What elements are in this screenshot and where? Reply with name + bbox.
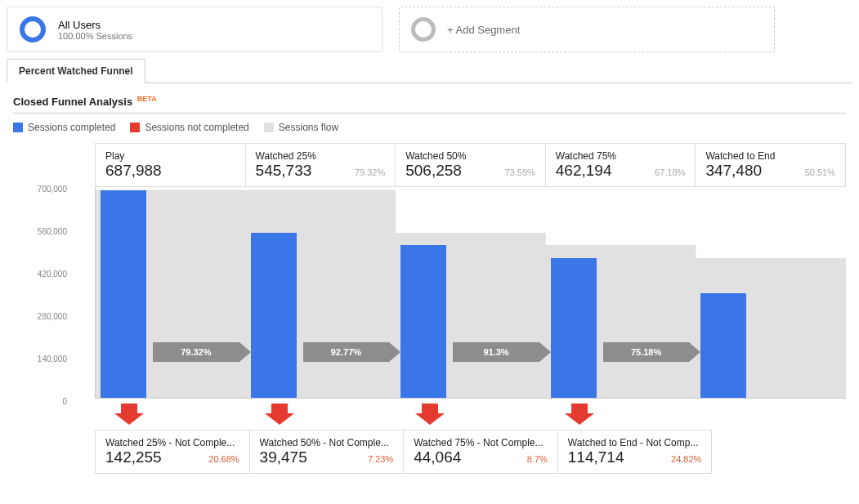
swatch-completed	[13, 123, 23, 132]
dropoff-pct: 8.7%	[527, 454, 548, 464]
stage-value: 687,988	[105, 162, 162, 180]
y-tick: 560,000	[38, 227, 67, 236]
donut-icon	[19, 16, 47, 43]
bar-completed[interactable]	[400, 245, 446, 398]
bar-completed[interactable]	[551, 258, 597, 398]
dropoff-box[interactable]: Watched 50% - Not Comple...39,4757.23%	[249, 430, 405, 474]
y-axis: 0140,000280,000420,000560,000700,000	[13, 143, 72, 401]
drop-arrow-cell	[696, 399, 846, 430]
drop-arrow-cell	[545, 399, 696, 430]
funnel-stage-header[interactable]: Watched to End347,48050.51%	[695, 143, 846, 187]
conversion-arrow: 91.3%	[453, 342, 551, 362]
legend-completed: Sessions completed	[13, 122, 115, 133]
conversion-arrow: 92.77%	[303, 342, 401, 362]
stage-name: Watched 25%	[256, 150, 386, 162]
legend-flow: Sessions flow	[264, 122, 338, 133]
dropoff-name: Watched 50% - Not Comple...	[260, 437, 394, 448]
stage-name: Play	[105, 150, 235, 162]
bar-cell: 92.77%	[246, 186, 396, 398]
y-tick: 0	[62, 397, 67, 406]
bar-cell	[696, 186, 846, 398]
funnel-stage-header[interactable]: Play687,988	[95, 143, 246, 187]
dropoff-value: 114,714	[568, 448, 624, 466]
y-tick: 700,000	[38, 185, 67, 194]
dropoff-value: 39,475	[260, 448, 307, 466]
stage-name: Watched 75%	[556, 150, 686, 162]
svg-point-0	[22, 19, 43, 40]
bar-completed[interactable]	[101, 190, 146, 399]
funnel-stage-header[interactable]: Watched 75%462,19467.18%	[545, 143, 696, 187]
stage-value: 462,194	[556, 162, 612, 180]
beta-badge: BETA	[137, 95, 157, 103]
drop-arrow-icon	[415, 404, 445, 425]
segment-subtitle: 100.00% Sessions	[58, 31, 132, 41]
swatch-not-completed	[130, 123, 140, 132]
add-segment-label: + Add Segment	[447, 24, 520, 36]
segment-title: All Users	[58, 19, 132, 31]
stage-value: 545,733	[256, 162, 312, 180]
stage-value: 347,480	[705, 162, 762, 180]
drop-arrow-icon	[565, 404, 594, 425]
swatch-flow	[264, 123, 274, 132]
bar-completed[interactable]	[700, 293, 746, 399]
bar-cell: 75.18%	[546, 186, 696, 398]
y-tick: 140,000	[38, 355, 67, 364]
drop-arrow-cell	[396, 399, 546, 430]
drop-arrow-cell	[95, 399, 245, 430]
segment-all-users[interactable]: All Users 100.00% Sessions	[7, 7, 383, 52]
add-segment-button[interactable]: + Add Segment	[399, 7, 775, 52]
conversion-arrow: 75.18%	[603, 342, 701, 362]
drop-arrow-icon	[265, 404, 294, 425]
dropoff-value: 142,255	[105, 448, 162, 466]
dropoff-box[interactable]: Watched to End - Not Comp...114,71424.82…	[557, 430, 713, 474]
dropoff-box[interactable]: Watched 25% - Not Comple...142,25520.68%	[95, 430, 250, 474]
funnel-bars: 79.32%92.77%91.3%75.18%	[95, 186, 846, 399]
panel-title: Closed Funnel Analysis BETA	[13, 95, 846, 114]
dropoff-name: Watched 25% - Not Comple...	[105, 437, 239, 448]
bar-completed[interactable]	[251, 233, 297, 398]
stage-name: Watched 50%	[405, 150, 535, 162]
legend: Sessions completed Sessions not complete…	[13, 122, 846, 133]
dropoff-name: Watched to End - Not Comp...	[568, 437, 702, 448]
dropoff-value: 44,064	[414, 448, 461, 466]
panel-title-text: Closed Funnel Analysis	[13, 96, 132, 108]
circle-placeholder-icon	[411, 17, 436, 42]
funnel-stage-header[interactable]: Watched 25%545,73379.32%	[245, 143, 396, 187]
funnel-stage-header[interactable]: Watched 50%506,25873.59%	[395, 143, 546, 187]
dropoff-name: Watched 75% - Not Comple...	[414, 437, 548, 448]
drop-arrow-cell	[245, 399, 396, 430]
stage-value: 506,258	[405, 162, 462, 180]
tab-percent-watched-funnel[interactable]: Percent Watched Funnel	[7, 59, 145, 83]
dropoff-pct: 7.23%	[368, 454, 393, 464]
stage-name: Watched to End	[705, 150, 835, 162]
stage-pct: 50.51%	[805, 167, 835, 177]
legend-not-completed: Sessions not completed	[130, 122, 248, 133]
y-tick: 420,000	[38, 270, 67, 279]
dropoff-box[interactable]: Watched 75% - Not Comple...44,0648.7%	[403, 430, 558, 474]
stage-pct: 73.59%	[504, 167, 535, 177]
bar-cell: 79.32%	[96, 186, 246, 398]
stage-pct: 79.32%	[355, 167, 385, 177]
dropoff-pct: 24.82%	[671, 454, 701, 464]
drop-arrow-icon	[114, 404, 144, 425]
y-tick: 280,000	[38, 312, 67, 321]
conversion-arrow: 79.32%	[153, 342, 251, 362]
stage-pct: 67.18%	[655, 167, 685, 177]
dropoff-pct: 20.68%	[208, 454, 239, 464]
bar-cell: 91.3%	[396, 186, 546, 398]
